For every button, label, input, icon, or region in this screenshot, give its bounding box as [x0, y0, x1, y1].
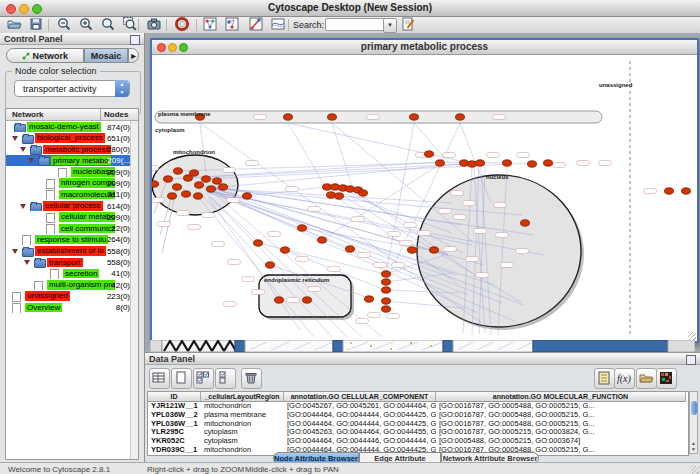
tab-overflow-arrow[interactable]: ▶ [128, 48, 139, 63]
expander-icon[interactable] [28, 158, 34, 163]
graph-node[interactable] [346, 246, 355, 252]
tree-row[interactable]: mosaic-demo-yeast874(0) [6, 121, 132, 132]
tree-row[interactable]: nitrogen compo209(0) [6, 177, 132, 188]
graph-node[interactable] [266, 262, 275, 268]
graph-node[interactable] [521, 220, 530, 226]
expander-icon[interactable] [20, 204, 26, 209]
select-attributes-icon[interactable] [193, 368, 214, 389]
table-cell[interactable]: YLR295C [148, 428, 201, 437]
network-label[interactable]: transport [47, 258, 83, 268]
graph-node[interactable] [303, 297, 312, 303]
graph-node[interactable] [173, 184, 182, 190]
graph-node[interactable] [284, 114, 293, 120]
graph-node[interactable] [335, 193, 344, 199]
table-column-header[interactable]: ID [148, 392, 201, 402]
search-input[interactable] [325, 18, 387, 31]
table-cell[interactable]: YPL036W__1 [148, 420, 201, 429]
search-dropdown-arrow[interactable]: ▼ [383, 18, 397, 33]
table-cell[interactable]: [GO:0016787, GO:0005488, GO:0005215, G..… [436, 411, 686, 420]
graph-node[interactable] [298, 225, 307, 231]
table-cell[interactable]: [GO:0044464, GO:0044444, GO:0044425, G..… [284, 411, 436, 420]
graph-node[interactable] [207, 186, 216, 192]
tree-row[interactable]: multi-organism pro42(0) [6, 279, 132, 290]
unselect-attributes-icon[interactable] [215, 368, 236, 389]
graph-node[interactable] [382, 298, 391, 304]
graph-node[interactable] [382, 279, 391, 285]
network-label[interactable]: biological_process [35, 133, 105, 143]
network-label[interactable]: unassigned [25, 291, 70, 301]
tree-row[interactable]: metabolic process280(0) [6, 144, 132, 155]
graph-node[interactable] [168, 193, 177, 199]
graph-node[interactable] [425, 151, 434, 157]
network-label[interactable]: mosaic-demo-yeast [27, 122, 101, 132]
table-cell[interactable]: YDR039C__1 [148, 446, 201, 455]
table-cell[interactable]: [GO:0016787, GO:0005488, GO:0005215, G..… [436, 402, 686, 411]
tree-row[interactable]: biological_process651(0) [6, 132, 132, 143]
matrix-view-icon[interactable] [656, 368, 677, 389]
graph-node[interactable] [460, 160, 469, 166]
table-column-header[interactable]: _cellularLayoutRegion [201, 392, 284, 402]
graph-node[interactable] [243, 193, 252, 199]
window-resize-grip[interactable] [688, 332, 696, 340]
tree-row[interactable]: establishment of lo558(0) [6, 245, 132, 256]
tree-row[interactable]: cellular metabo209(0) [6, 211, 132, 222]
snapshot-icon[interactable] [146, 16, 164, 34]
tree-row[interactable]: unassigned223(0) [6, 290, 132, 301]
graph-node[interactable] [213, 178, 222, 184]
table-cell[interactable]: YKR052C [148, 437, 201, 446]
edit-nodes-icon[interactable] [224, 16, 242, 34]
graph-node[interactable] [528, 161, 537, 167]
network-label[interactable]: response to stimulu [35, 235, 108, 245]
tree-row[interactable]: secretion41(0) [6, 268, 132, 279]
graph-node[interactable] [219, 184, 228, 190]
tab-network[interactable]: Network [6, 48, 84, 63]
table-cell[interactable]: [GO:0016787, GO:0005488, GO:0005215, G..… [436, 420, 686, 429]
edit-edges-icon[interactable] [248, 16, 266, 34]
table-cell[interactable]: mitochondrion [201, 420, 284, 429]
network-window-titlebar[interactable]: primary metabolic process [152, 40, 697, 55]
graph-node[interactable] [318, 237, 327, 243]
overview-icon[interactable] [202, 16, 220, 34]
graph-node[interactable] [194, 193, 203, 199]
table-cell[interactable]: [GO:0045267, GO:0045261, GO:0044464, G..… [284, 402, 436, 411]
help-icon[interactable] [174, 16, 192, 34]
tree-row[interactable]: nucleobase-209(0) [6, 166, 132, 177]
graph-node[interactable] [328, 114, 337, 120]
expander-icon[interactable] [24, 260, 30, 265]
table-cell[interactable]: cytoplasm [201, 437, 284, 446]
tree-row[interactable]: cellular process614(0) [6, 200, 132, 211]
table-cell[interactable]: plasma membrane [201, 411, 284, 420]
zoom-out-icon[interactable] [56, 16, 74, 34]
annotation-icon[interactable] [400, 16, 418, 34]
attribute-report-icon[interactable] [594, 368, 615, 389]
tree-row[interactable]: response to stimulu264(0) [6, 234, 132, 245]
expander-icon[interactable] [12, 249, 18, 254]
table-cell[interactable]: mitochondrion [201, 402, 284, 411]
delete-attribute-icon[interactable] [241, 368, 262, 389]
network-label[interactable]: secretion [63, 269, 99, 279]
table-cell[interactable]: YPL036W__2 [148, 411, 201, 420]
table-scrollbar[interactable]: ▲ ▼ [689, 391, 698, 454]
graph-node[interactable] [382, 306, 391, 312]
graph-node[interactable] [468, 161, 477, 167]
graph-node[interactable] [182, 191, 191, 197]
float-panel-icon[interactable] [130, 35, 140, 45]
graph-node[interactable] [456, 114, 465, 120]
graph-node[interactable] [190, 170, 199, 176]
graph-node[interactable] [503, 160, 512, 166]
graph-node[interactable] [682, 188, 691, 194]
open-icon[interactable] [6, 16, 24, 34]
network-label[interactable]: metabolic process [43, 145, 111, 155]
graph-node[interactable] [382, 271, 391, 277]
table-column-header[interactable]: annotation.GO CELLULAR_COMPONENT [284, 392, 436, 402]
network-label[interactable]: cellular process [43, 201, 103, 211]
graph-node[interactable] [327, 192, 336, 198]
expander-icon[interactable] [20, 147, 26, 152]
tree-row[interactable]: transport558(0) [6, 257, 132, 268]
network-label[interactable]: cell communicat [59, 224, 115, 234]
graph-node[interactable] [476, 160, 485, 166]
table-cell[interactable]: cytoplasm [201, 428, 284, 437]
table-cell[interactable]: [GO:0005488, GO:0005215, GO:0003674] [436, 437, 686, 446]
new-attribute-icon[interactable] [171, 368, 192, 389]
graph-node[interactable] [382, 287, 391, 293]
